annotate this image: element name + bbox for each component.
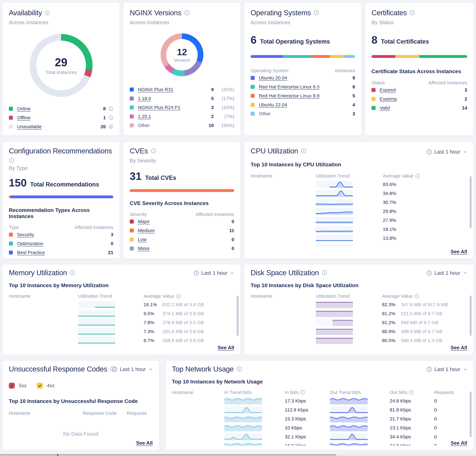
- info-icon[interactable]: [45, 10, 50, 16]
- cpu-sparkline: [316, 190, 353, 197]
- major-count: 0: [231, 219, 234, 224]
- memory-sparkline: [78, 328, 115, 335]
- expiring-link[interactable]: Expiring: [380, 96, 397, 102]
- info-icon[interactable]: [109, 106, 113, 111]
- time-range-dropdown[interactable]: Last 1 hour: [194, 270, 234, 276]
- availability-subtitle: Across Instances: [9, 19, 113, 25]
- info-icon[interactable]: [415, 294, 419, 298]
- memory-average-value: 16.1%: [144, 302, 162, 307]
- info-icon[interactable]: [409, 10, 415, 16]
- info-icon[interactable]: [176, 294, 181, 298]
- table-row: 32.1 Kbps 34.4 Kbps 0: [172, 432, 467, 441]
- info-icon[interactable]: [300, 390, 305, 395]
- info-icon[interactable]: [184, 10, 189, 16]
- medium-link[interactable]: Medium: [138, 228, 155, 233]
- vertical-scrollbar[interactable]: [470, 176, 472, 228]
- vertical-scrollbar[interactable]: [470, 296, 472, 336]
- optimization-link[interactable]: Optimization: [17, 241, 43, 246]
- version-pct: (7%): [214, 114, 234, 119]
- total-os-count: 6: [251, 34, 256, 46]
- disk-detail: 398.5 MB of 9.7 GB: [401, 329, 442, 334]
- info-icon[interactable]: [322, 270, 327, 275]
- filter-5xx-checkbox[interactable]: [9, 383, 15, 389]
- low-link[interactable]: Low: [138, 237, 146, 242]
- info-icon[interactable]: [409, 390, 414, 395]
- version-count: 9: [211, 87, 214, 92]
- availability-donut-chart: 29 Total Instances: [30, 34, 93, 97]
- time-range-dropdown[interactable]: Last 1 hour: [426, 270, 467, 276]
- os-link[interactable]: Ubuntu 22.04: [259, 102, 287, 108]
- time-range-dropdown[interactable]: Last 1 hour: [112, 366, 153, 372]
- os-link[interactable]: Red Hat Enterprise Linux 8.9: [259, 93, 319, 99]
- hostname-col-header: Hostname: [251, 294, 316, 299]
- version-link[interactable]: NGINX Plus R24 P1: [138, 105, 180, 110]
- time-range-dropdown[interactable]: Last 1 hour: [426, 366, 467, 372]
- info-icon[interactable]: [237, 366, 242, 372]
- see-all-link[interactable]: See All: [450, 249, 467, 255]
- vertical-scrollbar[interactable]: [237, 296, 239, 336]
- bar-segment-expired: [372, 55, 395, 58]
- info-icon[interactable]: [301, 148, 306, 153]
- cpu-table: 83.6% 34.8% 30.7% 29.8% 27.9% 18.1%: [251, 180, 467, 247]
- version-link[interactable]: 1.25.1: [138, 114, 151, 119]
- info-icon[interactable]: [9, 158, 14, 163]
- total-instances-count: 29: [55, 56, 67, 69]
- memory-sparkline: [78, 301, 115, 308]
- see-all-link[interactable]: See All: [218, 345, 234, 351]
- table-row: [251, 243, 467, 247]
- online-link[interactable]: Online: [17, 106, 31, 111]
- table-row: Red Hat Enterprise Linux 9.3 8: [251, 82, 355, 91]
- unavailable-link[interactable]: Unavailable: [17, 124, 42, 129]
- filter-4xx-checkbox[interactable]: [37, 383, 43, 389]
- info-icon[interactable]: [70, 270, 75, 275]
- nginx-versions-legend: NGINX Plus R31 9 (31%) 1.18.0 5 (17%) NG…: [130, 85, 234, 130]
- certificates-card: Certificates By Status 8 Total Certifica…: [365, 2, 474, 136]
- os-link[interactable]: Red Hat Enterprise Linux 9.3: [259, 84, 319, 90]
- info-icon[interactable]: [109, 124, 113, 129]
- memory-average-value: 7.3%: [144, 329, 162, 334]
- info-icon[interactable]: [109, 115, 113, 120]
- bar-segment-best-practice: [11, 195, 113, 198]
- horizontal-scrollbar[interactable]: [0, 454, 476, 456]
- out-trend-sparkline: [330, 415, 368, 422]
- see-all-link[interactable]: See All: [450, 345, 467, 351]
- version-link[interactable]: 1.18.0: [138, 96, 151, 101]
- os-link[interactable]: Ubuntu 20.04: [259, 75, 287, 81]
- expired-link[interactable]: Expired: [380, 87, 396, 93]
- clock-icon: [426, 366, 432, 372]
- version-link[interactable]: NGINX Plus R31: [138, 87, 173, 92]
- requests-value: 0: [434, 434, 437, 439]
- in-value: 10 Kbps: [285, 425, 321, 431]
- time-range-label: Last 1 hour: [120, 366, 146, 372]
- info-icon[interactable]: [314, 10, 319, 16]
- legend-item-online: Online 8: [9, 104, 113, 113]
- scrollbar-thumb[interactable]: [0, 454, 336, 456]
- cpu-sparkline: [316, 208, 353, 215]
- trend-col-header: Utilization Trend: [316, 294, 353, 299]
- security-link[interactable]: Security: [17, 232, 34, 237]
- status-col-header: Status: [372, 80, 385, 85]
- response-codes-section: Top 10 Instances by Unsuccessful Respons…: [9, 398, 153, 404]
- valid-link[interactable]: Valid: [380, 105, 390, 111]
- table-row: Expired 3: [372, 85, 467, 94]
- os-instances: 9: [352, 75, 355, 81]
- vertical-scrollbar[interactable]: [470, 391, 472, 437]
- time-range-dropdown[interactable]: Last 1 hour: [426, 149, 467, 155]
- scrollbar-marker: [57, 454, 58, 456]
- table-row: 82.3% 347.8 MB of 917.9 MB: [251, 300, 467, 309]
- minor-link[interactable]: Minor: [138, 246, 150, 251]
- info-icon[interactable]: [415, 174, 420, 178]
- out-trend-sparkline: [330, 424, 368, 431]
- offline-link[interactable]: Offline: [17, 115, 31, 120]
- valid-swatch: [372, 106, 375, 110]
- see-all-link[interactable]: See All: [136, 440, 153, 446]
- total-certificates-label: Total Certificates: [381, 38, 429, 45]
- cpu-utilization-card: CPU Utilization Last 1 hour Top 10 Insta…: [244, 142, 474, 259]
- see-all-link[interactable]: See All: [450, 440, 467, 446]
- version-pct: (35%): [214, 123, 234, 128]
- major-link[interactable]: Major: [138, 219, 150, 224]
- table-row: Low 0: [130, 235, 234, 244]
- info-icon[interactable]: [151, 148, 156, 153]
- best-practice-link[interactable]: Best Practice: [17, 250, 45, 255]
- table-row: Other 3: [251, 109, 355, 118]
